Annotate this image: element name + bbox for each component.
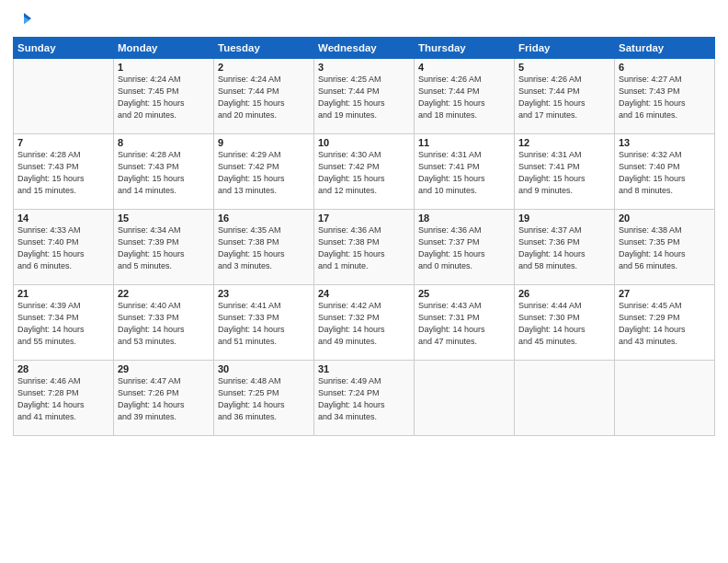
day-number: 6 xyxy=(619,62,711,73)
calendar-cell: 27Sunrise: 4:45 AM Sunset: 7:29 PM Dayli… xyxy=(615,285,715,361)
day-info: Sunrise: 4:25 AM Sunset: 7:44 PM Dayligh… xyxy=(318,74,410,121)
day-info: Sunrise: 4:26 AM Sunset: 7:44 PM Dayligh… xyxy=(418,74,510,121)
day-number: 19 xyxy=(518,213,610,224)
day-info: Sunrise: 4:46 AM Sunset: 7:28 PM Dayligh… xyxy=(17,375,109,423)
day-info: Sunrise: 4:32 AM Sunset: 7:40 PM Dayligh… xyxy=(619,149,711,197)
day-info: Sunrise: 4:36 AM Sunset: 7:38 PM Dayligh… xyxy=(318,224,410,272)
day-number: 25 xyxy=(418,288,510,299)
day-info: Sunrise: 4:41 AM Sunset: 7:33 PM Dayligh… xyxy=(218,300,310,348)
calendar-cell: 23Sunrise: 4:41 AM Sunset: 7:33 PM Dayli… xyxy=(214,285,314,361)
day-info: Sunrise: 4:42 AM Sunset: 7:32 PM Dayligh… xyxy=(318,300,410,348)
calendar-week-row: 1Sunrise: 4:24 AM Sunset: 7:45 PM Daylig… xyxy=(14,59,715,134)
calendar-cell: 1Sunrise: 4:24 AM Sunset: 7:45 PM Daylig… xyxy=(114,59,214,134)
day-info: Sunrise: 4:24 AM Sunset: 7:45 PM Dayligh… xyxy=(118,74,210,121)
calendar-cell: 16Sunrise: 4:35 AM Sunset: 7:38 PM Dayli… xyxy=(214,210,314,285)
day-number: 24 xyxy=(318,288,410,299)
calendar-cell: 21Sunrise: 4:39 AM Sunset: 7:34 PM Dayli… xyxy=(14,285,114,361)
day-info: Sunrise: 4:44 AM Sunset: 7:30 PM Dayligh… xyxy=(518,300,610,348)
calendar-cell: 26Sunrise: 4:44 AM Sunset: 7:30 PM Dayli… xyxy=(515,285,615,361)
day-number: 26 xyxy=(518,288,610,299)
day-number: 20 xyxy=(619,213,711,224)
day-number: 5 xyxy=(518,62,610,73)
day-info: Sunrise: 4:28 AM Sunset: 7:43 PM Dayligh… xyxy=(17,149,109,197)
day-number: 27 xyxy=(619,288,711,299)
calendar-cell: 2Sunrise: 4:24 AM Sunset: 7:44 PM Daylig… xyxy=(214,59,314,134)
day-info: Sunrise: 4:31 AM Sunset: 7:41 PM Dayligh… xyxy=(518,149,610,197)
header-wednesday: Wednesday xyxy=(314,38,415,59)
calendar-cell: 4Sunrise: 4:26 AM Sunset: 7:44 PM Daylig… xyxy=(415,59,515,134)
day-info: Sunrise: 4:28 AM Sunset: 7:43 PM Dayligh… xyxy=(118,149,210,197)
day-info: Sunrise: 4:47 AM Sunset: 7:26 PM Dayligh… xyxy=(118,375,210,423)
page-container: SundayMondayTuesdayWednesdayThursdayFrid… xyxy=(0,0,728,563)
calendar-cell: 11Sunrise: 4:31 AM Sunset: 7:41 PM Dayli… xyxy=(415,134,515,210)
day-info: Sunrise: 4:37 AM Sunset: 7:36 PM Dayligh… xyxy=(518,224,610,272)
calendar-week-row: 28Sunrise: 4:46 AM Sunset: 7:28 PM Dayli… xyxy=(14,361,715,436)
calendar-cell: 19Sunrise: 4:37 AM Sunset: 7:36 PM Dayli… xyxy=(515,210,615,285)
day-info: Sunrise: 4:38 AM Sunset: 7:35 PM Dayligh… xyxy=(619,224,711,272)
day-number: 18 xyxy=(418,213,510,224)
day-info: Sunrise: 4:40 AM Sunset: 7:33 PM Dayligh… xyxy=(118,300,210,348)
calendar-cell: 5Sunrise: 4:26 AM Sunset: 7:44 PM Daylig… xyxy=(515,59,615,134)
calendar-week-row: 21Sunrise: 4:39 AM Sunset: 7:34 PM Dayli… xyxy=(14,285,715,361)
calendar-cell xyxy=(415,361,515,436)
day-number: 22 xyxy=(118,288,210,299)
day-number: 21 xyxy=(17,288,109,299)
header-saturday: Saturday xyxy=(615,38,715,59)
calendar-cell: 17Sunrise: 4:36 AM Sunset: 7:38 PM Dayli… xyxy=(314,210,415,285)
day-number: 28 xyxy=(17,363,109,374)
header-thursday: Thursday xyxy=(415,38,515,59)
calendar-cell: 13Sunrise: 4:32 AM Sunset: 7:40 PM Dayli… xyxy=(615,134,715,210)
day-info: Sunrise: 4:29 AM Sunset: 7:42 PM Dayligh… xyxy=(218,149,310,197)
calendar-cell: 8Sunrise: 4:28 AM Sunset: 7:43 PM Daylig… xyxy=(114,134,214,210)
day-info: Sunrise: 4:31 AM Sunset: 7:41 PM Dayligh… xyxy=(418,149,510,197)
day-info: Sunrise: 4:27 AM Sunset: 7:43 PM Dayligh… xyxy=(619,74,711,121)
calendar-header-row: SundayMondayTuesdayWednesdayThursdayFrid… xyxy=(14,38,715,59)
day-info: Sunrise: 4:35 AM Sunset: 7:38 PM Dayligh… xyxy=(218,224,310,272)
day-info: Sunrise: 4:36 AM Sunset: 7:37 PM Dayligh… xyxy=(418,224,510,272)
day-info: Sunrise: 4:33 AM Sunset: 7:40 PM Dayligh… xyxy=(17,224,109,272)
day-number: 9 xyxy=(218,137,310,148)
calendar-cell: 15Sunrise: 4:34 AM Sunset: 7:39 PM Dayli… xyxy=(114,210,214,285)
calendar-week-row: 14Sunrise: 4:33 AM Sunset: 7:40 PM Dayli… xyxy=(14,210,715,285)
day-number: 7 xyxy=(17,137,109,148)
day-number: 15 xyxy=(118,213,210,224)
header-sunday: Sunday xyxy=(14,38,114,59)
day-number: 13 xyxy=(619,137,711,148)
day-number: 29 xyxy=(118,363,210,374)
day-info: Sunrise: 4:45 AM Sunset: 7:29 PM Dayligh… xyxy=(619,300,711,348)
calendar-cell xyxy=(515,361,615,436)
calendar-cell: 12Sunrise: 4:31 AM Sunset: 7:41 PM Dayli… xyxy=(515,134,615,210)
day-number: 30 xyxy=(218,363,310,374)
header-friday: Friday xyxy=(515,38,615,59)
calendar-cell: 29Sunrise: 4:47 AM Sunset: 7:26 PM Dayli… xyxy=(114,361,214,436)
calendar-cell xyxy=(14,59,114,134)
calendar-cell: 18Sunrise: 4:36 AM Sunset: 7:37 PM Dayli… xyxy=(415,210,515,285)
calendar-table: SundayMondayTuesdayWednesdayThursdayFrid… xyxy=(13,37,715,436)
day-number: 2 xyxy=(218,62,310,73)
day-number: 12 xyxy=(518,137,610,148)
calendar-week-row: 7Sunrise: 4:28 AM Sunset: 7:43 PM Daylig… xyxy=(14,134,715,210)
header-monday: Monday xyxy=(114,38,214,59)
day-info: Sunrise: 4:24 AM Sunset: 7:44 PM Dayligh… xyxy=(218,74,310,121)
day-number: 16 xyxy=(218,213,310,224)
day-info: Sunrise: 4:49 AM Sunset: 7:24 PM Dayligh… xyxy=(318,375,410,423)
day-number: 3 xyxy=(318,62,410,73)
day-info: Sunrise: 4:48 AM Sunset: 7:25 PM Dayligh… xyxy=(218,375,310,423)
day-number: 8 xyxy=(118,137,210,148)
calendar-cell: 24Sunrise: 4:42 AM Sunset: 7:32 PM Dayli… xyxy=(314,285,415,361)
calendar-cell: 3Sunrise: 4:25 AM Sunset: 7:44 PM Daylig… xyxy=(314,59,415,134)
calendar-cell: 7Sunrise: 4:28 AM Sunset: 7:43 PM Daylig… xyxy=(14,134,114,210)
day-info: Sunrise: 4:26 AM Sunset: 7:44 PM Dayligh… xyxy=(518,74,610,121)
calendar-cell: 6Sunrise: 4:27 AM Sunset: 7:43 PM Daylig… xyxy=(615,59,715,134)
calendar-cell: 25Sunrise: 4:43 AM Sunset: 7:31 PM Dayli… xyxy=(415,285,515,361)
calendar-cell: 31Sunrise: 4:49 AM Sunset: 7:24 PM Dayli… xyxy=(314,361,415,436)
calendar-cell: 28Sunrise: 4:46 AM Sunset: 7:28 PM Dayli… xyxy=(14,361,114,436)
day-info: Sunrise: 4:43 AM Sunset: 7:31 PM Dayligh… xyxy=(418,300,510,348)
calendar-cell: 22Sunrise: 4:40 AM Sunset: 7:33 PM Dayli… xyxy=(114,285,214,361)
day-number: 31 xyxy=(318,363,410,374)
logo-flag-icon xyxy=(15,11,33,29)
calendar-cell: 9Sunrise: 4:29 AM Sunset: 7:42 PM Daylig… xyxy=(214,134,314,210)
day-number: 4 xyxy=(418,62,510,73)
day-info: Sunrise: 4:34 AM Sunset: 7:39 PM Dayligh… xyxy=(118,224,210,272)
day-number: 14 xyxy=(17,213,109,224)
